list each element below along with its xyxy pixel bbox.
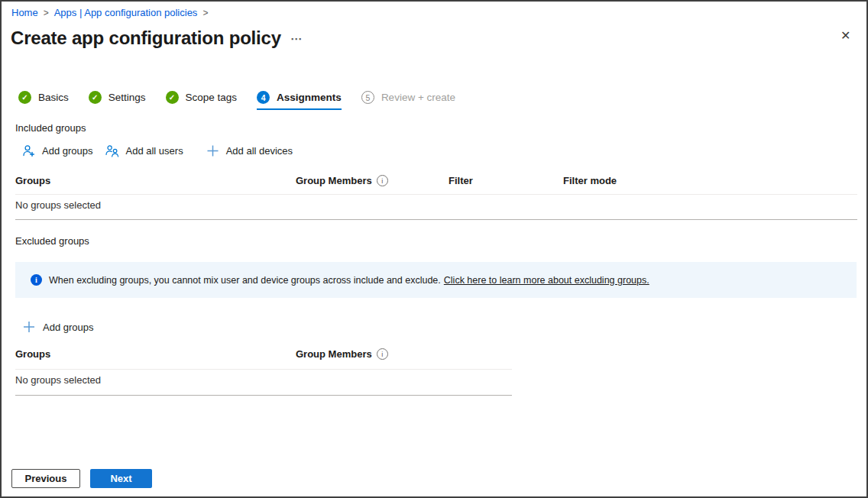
tab-label: Basics (38, 92, 69, 103)
divider (15, 219, 857, 220)
step-number-badge: 4 (257, 91, 270, 104)
column-header-label: Group Members (296, 348, 372, 360)
info-banner-text: When excluding groups, you cannot mix us… (49, 275, 441, 286)
check-icon: ✓ (18, 91, 31, 104)
create-app-config-policy-dialog: Home > Apps | App configuration policies… (0, 0, 868, 498)
column-header-groups: Groups (15, 175, 50, 186)
button-label: Add all devices (226, 145, 293, 157)
info-icon[interactable]: i (377, 348, 388, 360)
breadcrumb: Home > Apps | App configuration policies… (11, 7, 208, 18)
divider (15, 194, 857, 195)
column-header-groups: Groups (15, 348, 50, 360)
person-add-icon (22, 144, 35, 157)
button-label: Add groups (42, 145, 93, 157)
tab-settings[interactable]: ✓ Settings (89, 91, 146, 110)
previous-button[interactable]: Previous (11, 469, 80, 488)
more-options-icon[interactable]: ⋯ (290, 32, 302, 46)
add-groups-button[interactable]: Add groups (22, 144, 93, 157)
info-icon: i (31, 274, 42, 286)
included-groups-toolbar: Add groups Add all users Add all devices (22, 144, 305, 157)
divider (15, 395, 512, 396)
info-icon[interactable]: i (377, 175, 388, 186)
chevron-right-icon: > (44, 8, 49, 18)
next-button[interactable]: Next (90, 469, 152, 488)
column-header-group-members: Group Members i (296, 175, 388, 186)
button-label: Add groups (43, 322, 94, 333)
check-icon: ✓ (166, 91, 179, 104)
column-header-label: Group Members (296, 175, 372, 186)
tab-review-create[interactable]: 5 Review + create (361, 91, 455, 110)
people-icon (105, 144, 119, 157)
tab-label: Review + create (381, 92, 455, 103)
learn-more-link[interactable]: Click here to learn more about excluding… (444, 275, 649, 286)
tab-label: Assignments (277, 92, 342, 103)
tab-label: Scope tags (186, 92, 238, 103)
section-heading-excluded-groups: Excluded groups (15, 235, 89, 247)
breadcrumb-link-app-configuration-policies[interactable]: Apps | App configuration policies (54, 7, 198, 18)
divider (15, 369, 512, 370)
column-header-filter: Filter (449, 175, 473, 186)
section-heading-included-groups: Included groups (15, 122, 86, 134)
page-title: Create app configuration policy (11, 27, 281, 49)
chevron-right-icon: > (202, 8, 208, 18)
step-number-badge: 5 (361, 91, 374, 104)
included-groups-table-header: Groups Group Members i Filter Filter mod… (15, 175, 857, 189)
button-label: Add all users (126, 145, 183, 157)
add-groups-button-excluded[interactable]: Add groups (23, 321, 94, 333)
excluded-groups-table-header: Groups Group Members i (15, 348, 512, 362)
info-banner: i When excluding groups, you cannot mix … (15, 262, 857, 298)
included-groups-empty-state: No groups selected (15, 199, 101, 211)
check-icon: ✓ (89, 91, 102, 104)
tab-scope-tags[interactable]: ✓ Scope tags (166, 91, 238, 110)
tab-basics[interactable]: ✓ Basics (18, 91, 69, 110)
add-all-users-button[interactable]: Add all users (105, 144, 183, 157)
breadcrumb-link-home[interactable]: Home (11, 7, 38, 18)
close-icon[interactable]: ✕ (840, 30, 850, 42)
tab-label: Settings (108, 92, 146, 103)
plus-icon (23, 321, 35, 333)
tab-assignments[interactable]: 4 Assignments (257, 91, 342, 110)
plus-icon (206, 144, 219, 157)
column-header-group-members: Group Members i (296, 348, 388, 360)
column-header-filter-mode: Filter mode (563, 175, 617, 186)
excluded-groups-empty-state: No groups selected (15, 374, 101, 386)
wizard-steps: ✓ Basics ✓ Settings ✓ Scope tags 4 Assig… (18, 91, 475, 110)
add-all-devices-button[interactable]: Add all devices (206, 144, 293, 157)
